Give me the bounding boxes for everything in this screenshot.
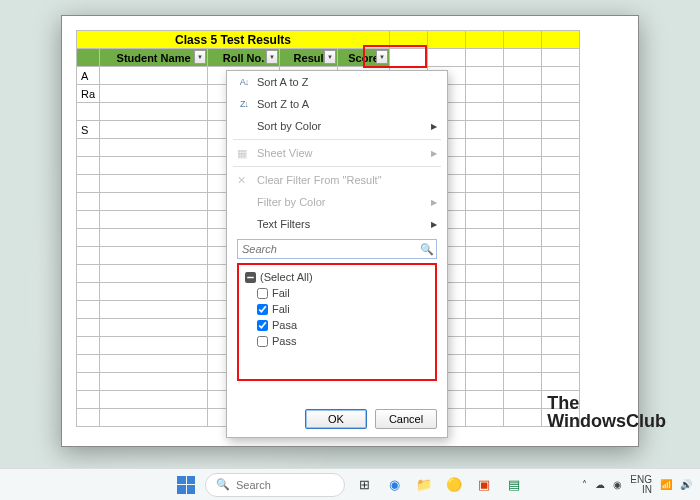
worksheet: Class 5 Test Results Student Name ▼ Roll… (62, 16, 638, 446)
search-icon: 🔍 (418, 243, 436, 256)
chrome-icon[interactable]: 🟡 (443, 474, 465, 496)
clear-filter-icon: ✕ (237, 174, 251, 187)
sort-by-color[interactable]: Sort by Color ▶ (227, 115, 447, 137)
sort-az-icon: A↓ (237, 77, 251, 87)
excel-icon[interactable]: ▤ (503, 474, 525, 496)
filter-dropdown-icon[interactable]: ▼ (376, 50, 388, 64)
filter-value-row[interactable]: Fail (257, 285, 429, 301)
chevron-right-icon: ▶ (431, 122, 437, 131)
edge-icon[interactable]: ◉ (383, 474, 405, 496)
title-row: Class 5 Test Results (77, 31, 580, 49)
filter-value-checkbox[interactable] (257, 288, 268, 299)
filter-value-label: Pasa (272, 319, 297, 331)
filter-value-row[interactable]: Pass (257, 333, 429, 349)
filter-dropdown-icon[interactable]: ▼ (266, 50, 278, 64)
sheet-title: Class 5 Test Results (77, 31, 390, 49)
tray-chevron-icon[interactable]: ˄ (582, 479, 587, 490)
chrome-tray-icon[interactable]: ◉ (613, 479, 622, 490)
filter-value-row[interactable]: Pasa (257, 317, 429, 333)
col-result[interactable]: Resul ▼ (280, 49, 338, 67)
search-icon: 🔍 (216, 478, 230, 491)
filter-value-label: Fali (272, 303, 290, 315)
clear-filter: ✕ Clear Filter From "Result" (227, 169, 447, 191)
filter-values-box: (Select All) FailFaliPasaPass (237, 263, 437, 381)
filter-dropdown-icon[interactable]: ▼ (324, 50, 336, 64)
autofilter-menu: A↓ Sort A to Z Z↓ Sort Z to A Sort by Co… (226, 70, 448, 438)
filter-value-label: Pass (272, 335, 296, 347)
header-row: Student Name ▼ Roll No. ▼ Resul ▼ Score … (77, 49, 580, 67)
col-student-name[interactable]: Student Name ▼ (100, 49, 208, 67)
onedrive-icon[interactable]: ☁ (595, 479, 605, 490)
watermark: The WindowsClub (547, 394, 666, 430)
select-all-row[interactable]: (Select All) (245, 269, 429, 285)
chevron-right-icon: ▶ (431, 220, 437, 229)
col-roll-no[interactable]: Roll No. ▼ (208, 49, 280, 67)
filter-value-row[interactable]: Fali (257, 301, 429, 317)
chevron-right-icon: ▶ (431, 198, 437, 207)
filter-dropdown-icon[interactable]: ▼ (194, 50, 206, 64)
row-fragment[interactable]: Ra (77, 85, 100, 103)
task-view-icon[interactable]: ⊞ (353, 474, 375, 496)
sort-za-icon: Z↓ (237, 99, 251, 109)
filter-search[interactable]: 🔍 (237, 239, 437, 259)
windows-logo-icon (177, 476, 195, 494)
filter-value-label: Fail (272, 287, 290, 299)
explorer-icon[interactable]: 📁 (413, 474, 435, 496)
chevron-right-icon: ▶ (431, 149, 437, 158)
start-button[interactable] (175, 474, 197, 496)
office-icon[interactable]: ▣ (473, 474, 495, 496)
filter-value-checkbox[interactable] (257, 304, 268, 315)
col-score[interactable]: Score ▼ (338, 49, 390, 67)
sort-ascending[interactable]: A↓ Sort A to Z (227, 71, 447, 93)
filter-value-checkbox[interactable] (257, 336, 268, 347)
filter-search-input[interactable] (238, 243, 418, 255)
select-all-checkbox[interactable] (245, 272, 256, 283)
sheet-view: ▦ Sheet View ▶ (227, 142, 447, 164)
system-tray[interactable]: ˄ ☁ ◉ ENG IN 📶 🔊 (582, 475, 692, 495)
row-fragment[interactable] (77, 103, 100, 121)
wifi-icon[interactable]: 📶 (660, 479, 672, 490)
windows-taskbar: 🔍 Search ⊞ ◉ 📁 🟡 ▣ ▤ ˄ ☁ ◉ ENG IN 📶 🔊 (0, 468, 700, 500)
sort-descending[interactable]: Z↓ Sort Z to A (227, 93, 447, 115)
filter-value-checkbox[interactable] (257, 320, 268, 331)
row-fragment[interactable]: A (77, 67, 100, 85)
row-fragment[interactable]: S (77, 121, 100, 139)
filter-by-color: Filter by Color ▶ (227, 191, 447, 213)
volume-icon[interactable]: 🔊 (680, 479, 692, 490)
taskbar-search[interactable]: 🔍 Search (205, 473, 345, 497)
spreadsheet-window: Class 5 Test Results Student Name ▼ Roll… (61, 15, 639, 447)
text-filters[interactable]: Text Filters ▶ (227, 213, 447, 235)
sheet-view-icon: ▦ (237, 147, 251, 160)
ok-button[interactable]: OK (305, 409, 367, 429)
cancel-button[interactable]: Cancel (375, 409, 437, 429)
